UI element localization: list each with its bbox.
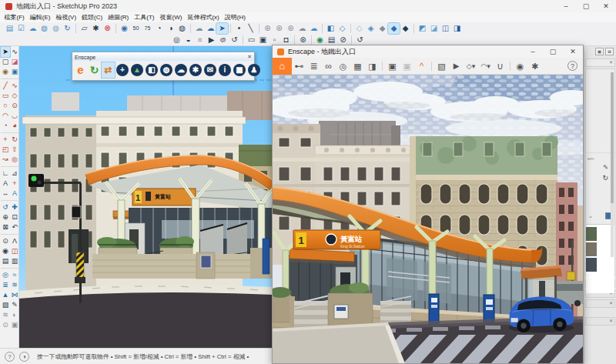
tray-button-2[interactable]: ⊠ (605, 48, 614, 55)
ens-bim-icon[interactable]: ≣ (306, 58, 321, 74)
polygon-tool[interactable]: ⊙ (10, 101, 19, 111)
dimension-tool[interactable]: ↔ (1, 189, 10, 199)
enscape-asset-store-icon[interactable]: ▦ (233, 64, 246, 76)
close-button[interactable]: ✕ (596, 0, 616, 12)
add-detail-tool[interactable]: ▲ (1, 290, 10, 300)
enscape-about-icon[interactable]: i (219, 64, 231, 76)
section-cut-tool[interactable]: ▥ (10, 256, 19, 266)
ens-screenshot-icon[interactable]: ▣ (385, 58, 400, 74)
style-mono-icon[interactable]: ◆ (400, 23, 411, 34)
ens-home-icon[interactable]: ⌂ (273, 58, 292, 75)
lasso-tool[interactable]: ∿ (10, 47, 19, 57)
follow-me-tool[interactable]: ↝ (1, 155, 10, 165)
menu-視窗W[interactable]: 視窗(W) (157, 13, 185, 22)
sandbox-contours-tool[interactable]: ◎ (1, 270, 10, 280)
menu-檔案F[interactable]: 檔案(F) (2, 13, 27, 22)
style-textured-icon[interactable]: ◆ (388, 23, 400, 34)
view-front-icon[interactable]: ◫ (440, 23, 451, 34)
report-list-icon[interactable]: ▤ (326, 35, 337, 45)
cloud-download-icon[interactable]: ☁ (27, 23, 38, 34)
section-display-tool[interactable]: ▤ (1, 256, 10, 266)
fog-tool[interactable]: ≋ (1, 310, 10, 320)
model-refresh-icon[interactable]: ↻ (62, 23, 73, 34)
ens-batch-render-icon[interactable]: ▣ (400, 58, 414, 74)
vray-framebuffer-icon[interactable]: ◎ (171, 35, 182, 45)
match-photo-tool[interactable]: ▧ (1, 300, 10, 310)
pan-tool[interactable]: ✚ (10, 202, 19, 212)
3d-text-tool[interactable]: A (10, 189, 19, 199)
enscape-feedback-icon[interactable]: ✉ (204, 64, 216, 76)
point-style-icon[interactable]: • (233, 23, 245, 34)
ens-visual-settings-icon[interactable]: ◉ (513, 58, 527, 74)
render-75-icon[interactable]: 75 (142, 23, 153, 34)
line-style-icon[interactable]: ╲ (245, 23, 256, 34)
refresh-scene-icon[interactable]: ↺ (354, 35, 366, 45)
ens-binoculars-icon[interactable]: ∞ (321, 58, 336, 74)
enscape-palette-close[interactable]: ✕ (247, 54, 252, 60)
tray-button-1[interactable]: ▣ (595, 48, 604, 55)
look-around-tool[interactable]: ◉ (1, 246, 10, 256)
ens-collapse-icon[interactable]: ^ (414, 58, 429, 74)
paint-bucket-tool[interactable]: ◉ (1, 67, 10, 77)
enscape-settings-icon[interactable]: ✱ (189, 64, 202, 76)
style-backedges-icon[interactable]: ◈ (365, 23, 377, 34)
style-hidden-icon[interactable]: ◆ (377, 23, 388, 34)
contrast-icon[interactable]: ◑ (165, 23, 176, 34)
vray-asset-editor-icon[interactable]: ◒ (182, 35, 194, 45)
extension-cloud2-icon[interactable]: ☁ (308, 23, 320, 34)
enscape-minimize-button[interactable]: – (523, 45, 543, 58)
enscape-sync-icon[interactable]: ↻ (88, 62, 101, 78)
image-tool[interactable]: ▣ (10, 320, 19, 330)
water-drop-icon[interactable]: ◔ (153, 23, 165, 34)
ens-map-icon[interactable]: ▧ (434, 58, 449, 74)
axes-tool[interactable]: + (10, 179, 19, 189)
shadows-tool[interactable]: ◐ (10, 310, 19, 320)
enscape-close-button[interactable]: ✕ (563, 45, 583, 58)
zoom-window-tool[interactable]: ⊡ (10, 212, 19, 222)
previous-view-tool[interactable]: ↶ (10, 222, 19, 232)
extension-hex2-icon[interactable]: ⊛ (273, 23, 285, 34)
ens-video-editor-icon[interactable]: ◨ (365, 58, 380, 74)
offset-tool[interactable]: ◎ (10, 155, 19, 165)
select-tool[interactable]: ➤ (1, 47, 10, 57)
zoom-tool[interactable]: ⊕ (1, 212, 10, 222)
rectangle-tool[interactable]: ▭ (1, 91, 10, 101)
minimize-button[interactable]: – (556, 0, 576, 12)
placemaker-pin-icon[interactable]: ◉ (314, 35, 326, 45)
hatch-circle-icon[interactable]: ◍ (176, 23, 188, 34)
text-tool[interactable]: A (1, 179, 10, 189)
menu-延伸程式x[interactable]: 延伸程式(x) (185, 13, 222, 22)
rotated-rectangle-tool[interactable]: ◇ (10, 91, 19, 101)
cloud-remove-icon[interactable]: ☁ (193, 23, 205, 34)
menu-鏡頭C[interactable]: 鏡頭(C) (79, 13, 105, 22)
tray-scrollbar[interactable] (611, 72, 614, 257)
two-point-arc-tool[interactable]: ◡ (10, 111, 19, 121)
zoom-extents-tool[interactable]: ⊠ (1, 222, 10, 232)
tape-measure-tool[interactable]: ∟ (1, 169, 10, 179)
camera-tool[interactable]: ⊙ (1, 320, 10, 330)
walk-tool[interactable]: Λ (10, 236, 19, 246)
style-xray-icon[interactable]: ◇ (353, 23, 365, 34)
ens-views-icon[interactable]: ◇▾ (464, 58, 478, 74)
frame-image-icon[interactable]: ▣ (257, 35, 269, 45)
tray-bar-3[interactable]: ✕ (585, 299, 615, 308)
scale-tool[interactable]: ◰ (1, 145, 10, 155)
style-wireframe-icon[interactable]: ◇ (336, 23, 348, 34)
enscape-material-library-icon[interactable]: ◍ (160, 64, 172, 76)
three-point-arc-tool[interactable]: ◔ (1, 121, 10, 131)
rotate-tool[interactable]: ↻ (10, 135, 19, 145)
drape-tool[interactable]: ≋ (10, 280, 19, 290)
render-50-icon[interactable]: 50 (130, 23, 142, 34)
open-folder-icon[interactable]: ▱ (79, 23, 90, 34)
tag-tool-icon[interactable]: ⊘ (337, 35, 349, 45)
menu-檢視V[interactable]: 檢視(V) (53, 13, 79, 22)
menu-說明H[interactable]: 說明(H) (222, 13, 248, 22)
position-camera-tool[interactable]: ⊙ (1, 236, 10, 246)
sandbox-stamp-tool[interactable]: ≣ (1, 280, 10, 290)
enscape-add-asset-icon[interactable]: + (116, 64, 129, 76)
enscape-palette-titlebar[interactable]: Enscape ✕ (72, 52, 254, 61)
freehand-tool[interactable]: ∿ (10, 81, 19, 91)
render-drop-icon[interactable]: ◉ (119, 23, 130, 34)
steering-wheel-icon[interactable]: ⊛ (297, 35, 309, 45)
lock-icon[interactable]: ◘ (280, 35, 292, 45)
